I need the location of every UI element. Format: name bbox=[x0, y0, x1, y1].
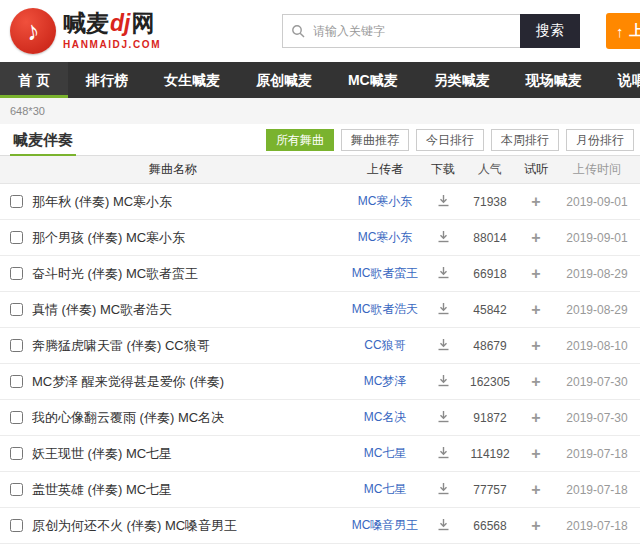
logo-icon: ♪ bbox=[10, 8, 56, 54]
logo-text-post: 网 bbox=[131, 10, 154, 36]
tab-today-ranking[interactable]: 今日排行 bbox=[416, 129, 484, 151]
tab-recommended[interactable]: 舞曲推荐 bbox=[341, 129, 409, 151]
audition-add-icon[interactable]: + bbox=[531, 409, 540, 426]
row-checkbox[interactable] bbox=[10, 231, 23, 244]
download-icon[interactable] bbox=[437, 230, 450, 243]
logo-text: 喊麦dj网 HANMAIDJ.COM bbox=[63, 12, 161, 50]
nav-item-original-hanmai[interactable]: 原创喊麦 bbox=[238, 62, 330, 98]
ad-size-label: 648*30 bbox=[10, 105, 45, 117]
filter-tabs: 所有舞曲 舞曲推荐 今日排行 本周排行 月份排行 bbox=[266, 129, 634, 151]
uploader-link[interactable]: MC寒小东 bbox=[358, 194, 413, 208]
song-title[interactable]: 妖王现世 (伴奏) MC七星 bbox=[32, 445, 172, 463]
popularity-count: 91872 bbox=[462, 411, 518, 425]
song-title[interactable]: 那个男孩 (伴奏) MC寒小东 bbox=[32, 229, 185, 247]
audition-add-icon[interactable]: + bbox=[531, 265, 540, 282]
song-title[interactable]: 那年秋 (伴奏) MC寒小东 bbox=[32, 193, 172, 211]
search-button[interactable]: 搜索 bbox=[520, 14, 580, 48]
table-row: 原创为何还不火 (伴奏) MC嗓音男王 MC嗓音男王 66568 + 2019-… bbox=[0, 508, 640, 544]
row-checkbox[interactable] bbox=[10, 411, 23, 424]
music-note-icon: ♪ bbox=[24, 15, 43, 48]
content-area: 喊麦伴奏 所有舞曲 舞曲推荐 今日排行 本周排行 月份排行 舞曲名称 上传者 下… bbox=[0, 124, 640, 544]
logo-subtitle: HANMAIDJ.COM bbox=[63, 39, 161, 50]
audition-add-icon[interactable]: + bbox=[531, 193, 540, 210]
nav-item-live-hanmai[interactable]: 现场喊麦 bbox=[508, 62, 600, 98]
download-icon[interactable] bbox=[437, 446, 450, 459]
nav-item-female-hanmai[interactable]: 女生喊麦 bbox=[146, 62, 238, 98]
song-title[interactable]: 真情 (伴奏) MC歌者浩天 bbox=[32, 301, 172, 319]
download-icon[interactable] bbox=[437, 518, 450, 531]
nav-item-home[interactable]: 首 页 bbox=[0, 62, 68, 98]
uploader-link[interactable]: MC名决 bbox=[364, 410, 407, 424]
col-header-upload-date: 上传时间 bbox=[554, 161, 640, 178]
row-checkbox[interactable] bbox=[10, 267, 23, 280]
tab-week-ranking[interactable]: 本周排行 bbox=[491, 129, 559, 151]
uploader-link[interactable]: MC寒小东 bbox=[358, 230, 413, 244]
uploader-link[interactable]: MC七星 bbox=[364, 482, 407, 496]
download-icon[interactable] bbox=[437, 374, 450, 387]
col-header-popularity: 人气 bbox=[462, 161, 518, 178]
upload-date: 2019-07-30 bbox=[554, 375, 640, 389]
song-title[interactable]: 奋斗时光 (伴奏) MC歌者蛮王 bbox=[32, 265, 198, 283]
uploader-link[interactable]: MC歌者浩天 bbox=[352, 302, 419, 316]
upload-date: 2019-07-30 bbox=[554, 411, 640, 425]
site-logo[interactable]: ♪ 喊麦dj网 HANMAIDJ.COM bbox=[10, 8, 161, 54]
search-input[interactable] bbox=[282, 14, 520, 48]
download-icon[interactable] bbox=[437, 266, 450, 279]
table-row: 那个男孩 (伴奏) MC寒小东 MC寒小东 88014 + 2019-09-01 bbox=[0, 220, 640, 256]
row-checkbox[interactable] bbox=[10, 519, 23, 532]
download-icon[interactable] bbox=[437, 338, 450, 351]
audition-add-icon[interactable]: + bbox=[531, 373, 540, 390]
audition-add-icon[interactable]: + bbox=[531, 481, 540, 498]
nav-item-mc-hanmai[interactable]: MC喊麦 bbox=[330, 62, 416, 98]
table-row: 那年秋 (伴奏) MC寒小东 MC寒小东 71938 + 2019-09-01 bbox=[0, 184, 640, 220]
upload-arrow-icon: ↑ bbox=[616, 23, 624, 40]
search-box: 搜索 bbox=[282, 14, 580, 48]
audition-add-icon[interactable]: + bbox=[531, 445, 540, 462]
table-row: 奔腾猛虎啸天雷 (伴奏) CC狼哥 CC狼哥 48679 + 2019-08-1… bbox=[0, 328, 640, 364]
popularity-count: 77757 bbox=[462, 483, 518, 497]
tab-month-ranking[interactable]: 月份排行 bbox=[566, 129, 634, 151]
download-icon[interactable] bbox=[437, 410, 450, 423]
upload-date: 2019-09-01 bbox=[554, 195, 640, 209]
download-icon[interactable] bbox=[437, 482, 450, 495]
uploader-link[interactable]: MC七星 bbox=[364, 446, 407, 460]
logo-text-pre: 喊麦 bbox=[63, 10, 109, 36]
uploader-link[interactable]: MC嗓音男王 bbox=[352, 518, 419, 532]
popularity-count: 48679 bbox=[462, 339, 518, 353]
upload-date: 2019-07-18 bbox=[554, 483, 640, 497]
audition-add-icon[interactable]: + bbox=[531, 301, 540, 318]
row-checkbox[interactable] bbox=[10, 195, 23, 208]
song-title[interactable]: MC梦泽 醒来觉得甚是爱你 (伴奏) bbox=[32, 373, 224, 391]
audition-add-icon[interactable]: + bbox=[531, 337, 540, 354]
upload-button[interactable]: ↑ 上传伴奏 bbox=[606, 13, 640, 49]
song-title[interactable]: 原创为何还不火 (伴奏) MC嗓音男王 bbox=[32, 517, 237, 535]
table-row: MC梦泽 醒来觉得甚是爱你 (伴奏) MC梦泽 162305 + 2019-07… bbox=[0, 364, 640, 400]
row-checkbox[interactable] bbox=[10, 483, 23, 496]
row-checkbox[interactable] bbox=[10, 447, 23, 460]
song-title[interactable]: 盖世英雄 (伴奏) MC七星 bbox=[32, 481, 172, 499]
song-table: 舞曲名称 上传者 下载 人气 试听 上传时间 那年秋 (伴奏) MC寒小东 MC… bbox=[0, 156, 640, 544]
song-title[interactable]: 我的心像翻云覆雨 (伴奏) MC名决 bbox=[32, 409, 224, 427]
row-checkbox[interactable] bbox=[10, 303, 23, 316]
download-icon[interactable] bbox=[437, 302, 450, 315]
nav-item-ranking[interactable]: 排行榜 bbox=[68, 62, 146, 98]
nav-item-alternative-hanmai[interactable]: 另类喊麦 bbox=[416, 62, 508, 98]
table-row: 真情 (伴奏) MC歌者浩天 MC歌者浩天 45842 + 2019-08-29 bbox=[0, 292, 640, 328]
audition-add-icon[interactable]: + bbox=[531, 517, 540, 534]
search-icon bbox=[291, 24, 305, 38]
nav-item-rap[interactable]: 说唱 bbox=[600, 62, 640, 98]
popularity-count: 88014 bbox=[462, 231, 518, 245]
row-checkbox[interactable] bbox=[10, 375, 23, 388]
audition-add-icon[interactable]: + bbox=[531, 229, 540, 246]
download-icon[interactable] bbox=[437, 194, 450, 207]
upload-date: 2019-08-29 bbox=[554, 267, 640, 281]
tab-all-songs[interactable]: 所有舞曲 bbox=[266, 129, 334, 151]
col-header-audition: 试听 bbox=[518, 161, 554, 178]
uploader-link[interactable]: MC梦泽 bbox=[364, 374, 407, 388]
song-title[interactable]: 奔腾猛虎啸天雷 (伴奏) CC狼哥 bbox=[32, 337, 210, 355]
popularity-count: 66568 bbox=[462, 519, 518, 533]
row-checkbox[interactable] bbox=[10, 339, 23, 352]
uploader-link[interactable]: MC歌者蛮王 bbox=[352, 266, 419, 280]
popularity-count: 162305 bbox=[462, 375, 518, 389]
uploader-link[interactable]: CC狼哥 bbox=[364, 338, 405, 352]
